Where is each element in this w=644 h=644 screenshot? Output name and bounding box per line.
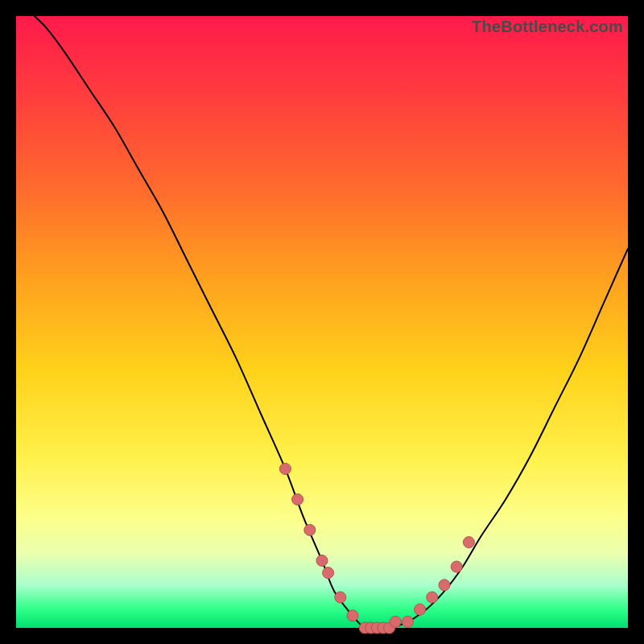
highlight-dot [292, 493, 303, 505]
highlight-dot [323, 568, 334, 579]
highlight-dot [463, 537, 474, 548]
highlight-dot [279, 463, 291, 474]
highlight-dot [415, 604, 426, 615]
highlight-dot [390, 616, 401, 627]
highlight-dot [304, 524, 316, 535]
outer-frame: TheBottleneck.com [0, 0, 644, 644]
highlight-dot [316, 555, 328, 566]
chart-svg [16, 16, 628, 628]
markers-group [279, 463, 474, 634]
highlight-dot [427, 592, 438, 603]
series-group [35, 16, 628, 629]
plot-area: TheBottleneck.com [16, 16, 628, 628]
highlight-dot [402, 616, 413, 627]
highlight-dot [439, 580, 450, 591]
highlight-dot [451, 561, 462, 572]
highlight-dot [347, 610, 358, 621]
curve-path [35, 16, 628, 629]
highlight-dot [335, 592, 346, 603]
